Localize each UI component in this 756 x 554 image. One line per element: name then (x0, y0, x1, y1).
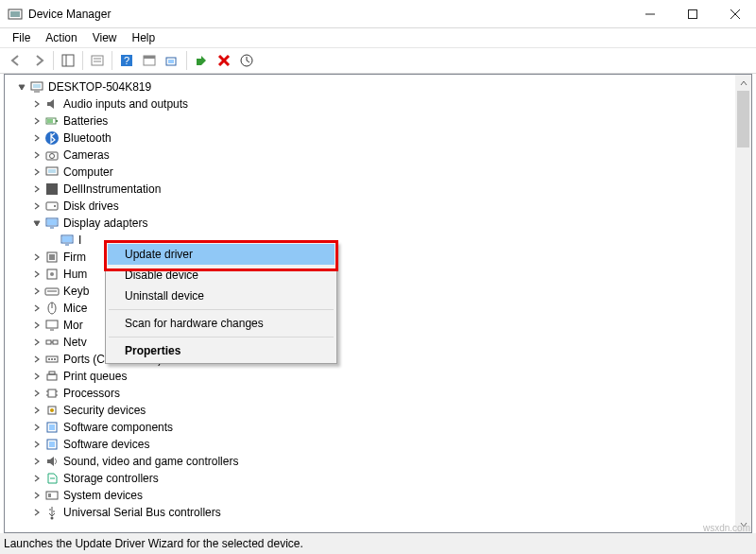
maximize-button[interactable] (671, 0, 713, 27)
tree-item-label: DellInstrumentation (63, 182, 161, 196)
tree-root[interactable]: DESKTOP-504K819 (5, 78, 751, 95)
enable-button[interactable] (191, 50, 212, 71)
expand-icon[interactable] (31, 286, 43, 297)
svg-rect-31 (48, 169, 56, 173)
scan-button[interactable] (162, 50, 182, 71)
tree-item[interactable]: Sound, video and game controllers (5, 453, 751, 470)
context-uninstall-device[interactable]: Uninstall device (108, 286, 335, 306)
collapse-icon[interactable] (31, 217, 43, 229)
show-hide-tree-button[interactable] (58, 50, 78, 71)
mouse-icon (44, 301, 60, 316)
monitor-icon (44, 318, 60, 333)
tree-item-label: Disk drives (63, 199, 119, 213)
tree-item[interactable]: Disk drives (5, 198, 751, 215)
expand-icon[interactable] (31, 183, 43, 195)
update-driver-button[interactable] (236, 50, 257, 71)
expand-icon[interactable] (31, 490, 43, 501)
expand-icon[interactable] (31, 439, 43, 450)
expand-icon[interactable] (31, 354, 43, 365)
expand-icon[interactable] (31, 149, 43, 161)
expand-icon[interactable] (31, 320, 43, 331)
scroll-up-icon[interactable] (735, 75, 751, 91)
tree-item[interactable]: Security devices (5, 402, 751, 419)
tree-item[interactable]: Bluetooth (5, 130, 751, 147)
collapse-icon[interactable] (16, 81, 27, 93)
expand-icon[interactable] (31, 473, 43, 484)
context-properties[interactable]: Properties (108, 340, 335, 361)
svg-rect-14 (144, 56, 155, 59)
sound-icon (44, 454, 60, 469)
tree-item-label: Hum (63, 268, 87, 281)
help-button[interactable]: ? (116, 50, 137, 71)
tree-item-label: Mice (63, 302, 87, 315)
expand-icon[interactable] (31, 371, 43, 382)
tree-item[interactable]: Computer (5, 164, 751, 181)
expand-icon[interactable] (31, 422, 43, 433)
menu-help[interactable]: Help (126, 29, 163, 46)
firmware-icon (44, 250, 60, 265)
context-scan-hardware[interactable]: Scan for hardware changes (108, 313, 335, 334)
expand-icon[interactable] (31, 303, 43, 314)
uninstall-button[interactable] (214, 50, 234, 71)
tree-item[interactable]: Universal Serial Bus controllers (5, 504, 751, 521)
disk-icon (44, 199, 60, 214)
minimize-button[interactable] (628, 0, 671, 27)
tree-item[interactable]: Cameras (5, 147, 751, 164)
printer-icon (44, 369, 60, 384)
camera-icon (44, 147, 60, 163)
tree-item[interactable]: Storage controllers (5, 470, 751, 487)
svg-rect-70 (49, 441, 55, 447)
expand-icon[interactable] (31, 388, 43, 399)
expand-icon[interactable] (31, 405, 43, 416)
tree-item[interactable]: Processors (5, 385, 751, 402)
window-title: Device Manager (28, 8, 628, 21)
svg-point-55 (48, 358, 50, 360)
expand-icon[interactable] (31, 200, 43, 212)
expand-icon[interactable] (31, 132, 43, 144)
menu-file[interactable]: File (6, 29, 37, 46)
tree-item-label: Keyb (63, 285, 89, 298)
svg-text:?: ? (124, 55, 129, 66)
hid-icon (44, 267, 60, 282)
back-button[interactable] (6, 50, 26, 71)
tree-item[interactable]: Software components (5, 419, 751, 436)
tree-item-label: Security devices (63, 404, 146, 417)
svg-rect-32 (46, 183, 58, 195)
device-tree[interactable]: DESKTOP-504K819 Audio inputs and outputs… (5, 75, 751, 532)
expand-icon[interactable] (31, 268, 43, 280)
tree-item[interactable]: Display adapters (5, 215, 751, 232)
expand-icon[interactable] (31, 98, 43, 110)
watermark: wsxdn.com (703, 523, 750, 533)
tree-item[interactable]: Audio inputs and outputs (5, 95, 751, 113)
statusbar-text: Launches the Update Driver Wizard for th… (4, 537, 303, 550)
tree-item-label: Bluetooth (63, 131, 112, 145)
expand-icon[interactable] (31, 115, 43, 127)
tree-item-label: System devices (63, 489, 143, 502)
ports-icon (44, 352, 60, 367)
tree-item[interactable]: DellInstrumentation (5, 181, 751, 198)
action-button[interactable] (139, 50, 160, 71)
menu-view[interactable]: View (86, 29, 124, 46)
tree-item[interactable]: System devices (5, 487, 751, 504)
expand-icon[interactable] (31, 507, 43, 518)
scroll-thumb[interactable] (737, 91, 749, 147)
display-icon (44, 216, 60, 231)
svg-rect-51 (46, 340, 51, 344)
menu-action[interactable]: Action (39, 29, 83, 46)
tree-item[interactable]: Software devices (5, 436, 751, 453)
expand-icon[interactable] (31, 166, 43, 178)
tree-item[interactable]: Batteries (5, 113, 751, 130)
expand-icon[interactable] (31, 337, 43, 348)
forward-button[interactable] (28, 50, 49, 71)
expand-icon[interactable] (31, 251, 43, 263)
tree-pane: DESKTOP-504K819 Audio inputs and outputs… (4, 74, 752, 533)
vertical-scrollbar[interactable] (735, 75, 751, 532)
close-button[interactable] (713, 0, 756, 27)
svg-point-34 (54, 205, 56, 207)
context-update-driver[interactable]: Update driver (108, 244, 335, 265)
tree-item[interactable]: Print queues (5, 368, 751, 385)
expand-icon[interactable] (31, 456, 43, 467)
svg-rect-72 (46, 492, 58, 499)
context-disable-device[interactable]: Disable device (108, 265, 335, 286)
properties-button[interactable] (87, 50, 108, 71)
